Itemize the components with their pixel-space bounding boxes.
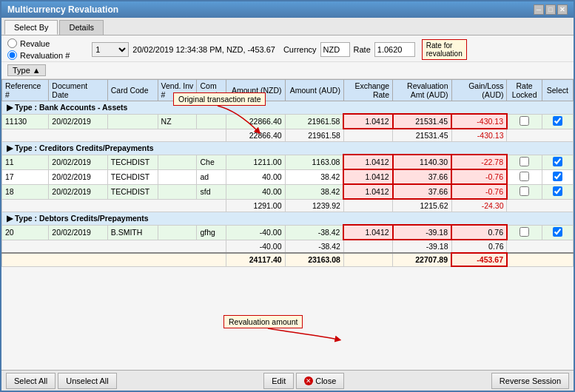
rate-callout: Rate forrevaluation (422, 39, 467, 60)
cell-select (542, 114, 573, 129)
tab-select-by[interactable]: Select By (4, 20, 58, 35)
col-header-revamt: Revaluation Amt (AUD) (393, 80, 451, 101)
cell-amtaud: 21961.58 (285, 114, 343, 129)
rate-locked-checkbox[interactable] (519, 157, 529, 166)
group-subtotal-creditors: 1291.00 1239.92 1215.62 -24.30 (2, 199, 574, 212)
cell-exch: 1.0412 (343, 114, 392, 129)
cell-gain: -0.76 (451, 184, 507, 199)
select-checkbox[interactable] (553, 186, 562, 196)
col-header-vend: Vend. Inv # (158, 80, 197, 101)
col-header-exch: Exchange Rate (343, 80, 392, 101)
tab-details[interactable]: Details (59, 20, 104, 35)
cell-doc: 20/02/2019 (49, 114, 107, 129)
revaluation-num-radio[interactable] (7, 50, 17, 60)
cell-amtaud: 38.42 (285, 184, 343, 199)
minimize-button[interactable]: ─ (534, 4, 544, 15)
subtotal-amtaud: 21961.58 (285, 129, 343, 142)
cell-amtnzd: 40.00 (226, 169, 285, 184)
subtotal-gain: 0.76 (451, 240, 507, 253)
select-checkbox[interactable] (553, 227, 562, 237)
subtotal-revamt: 1215.62 (393, 199, 451, 212)
rate-locked-checkbox[interactable] (519, 116, 529, 126)
cell-locked (507, 114, 542, 129)
revalue-label: Revalue (20, 39, 50, 48)
cell-ref: 18 (2, 184, 49, 199)
title-bar: Multicurrency Revaluation ─ □ ✕ (1, 1, 574, 18)
cell-amtnzd: 1211.00 (226, 155, 285, 169)
edit-button[interactable]: Edit (263, 373, 294, 389)
total-exch (343, 253, 392, 266)
cell-ref: 11130 (2, 114, 49, 129)
group-header-bank: ▶ Type : Bank Accounts - Assets (2, 101, 574, 115)
cell-revamt: 37.66 (393, 184, 451, 199)
select-all-button[interactable]: Select All (6, 373, 56, 389)
col-header-doc: Document Date (49, 80, 107, 101)
cell-com: gfhg (197, 225, 226, 240)
type-sort-button[interactable]: Type ▲ (7, 64, 46, 76)
cell-amtaud: 1163.08 (285, 155, 343, 169)
cell-doc: 20/02/2019 (49, 155, 107, 169)
type-label: Type (13, 66, 30, 75)
subtotal-exch (343, 240, 392, 253)
total-amtaud: 23163.08 (285, 253, 343, 266)
cell-doc: 20/02/2019 (49, 225, 107, 240)
table-row: 17 20/02/2019 TECHDIST ad 40.00 38.42 1.… (2, 169, 574, 184)
group-subtotal-debtors: -40.00 -38.42 -39.18 0.76 (2, 240, 574, 253)
cell-doc: 20/02/2019 (49, 184, 107, 199)
rate-locked-checkbox[interactable] (519, 172, 529, 181)
close-button[interactable]: ✕ (557, 4, 568, 15)
select-checkbox[interactable] (553, 172, 562, 181)
table-row: 11130 20/02/2019 NZ 22866.40 21961.58 1.… (2, 114, 574, 129)
cell-revamt: -39.18 (393, 225, 451, 240)
main-window: Multicurrency Revaluation ─ □ ✕ Select B… (0, 0, 575, 392)
cell-com: sfd (197, 184, 226, 199)
cell-amtaud: 38.42 (285, 169, 343, 184)
cell-gain: -430.13 (451, 114, 507, 129)
revaluation-table: Reference # Document Date Card Code Vend… (1, 79, 574, 267)
cell-vend (158, 155, 197, 169)
select-checkbox[interactable] (553, 157, 562, 166)
cell-amtnzd: 40.00 (226, 184, 285, 199)
maximize-button[interactable]: □ (545, 4, 556, 15)
select-checkbox[interactable] (553, 116, 562, 126)
unselect-all-button[interactable]: Unselect All (58, 373, 116, 389)
reverse-session-button[interactable]: Reverse Session (491, 373, 569, 389)
cell-select (542, 225, 573, 240)
rate-locked-checkbox[interactable] (519, 227, 529, 237)
revaluation-number-select[interactable]: 1 (92, 42, 129, 57)
subtotal-gain: -24.30 (451, 199, 507, 212)
cell-card: TECHDIST (107, 184, 158, 199)
total-amtnzd: 24117.40 (226, 253, 285, 266)
group-subtotal-bank: 22866.40 21961.58 21531.45 -430.13 (2, 129, 574, 142)
subtotal-amtnzd: 22866.40 (226, 129, 285, 142)
rate-locked-checkbox[interactable] (519, 186, 529, 196)
cell-exch: 1.0412 (343, 225, 392, 240)
cell-com (197, 114, 226, 129)
rate-input[interactable] (374, 42, 415, 57)
subtotal-amtnzd: 1291.00 (226, 199, 285, 212)
table-row: 18 20/02/2019 TECHDIST sfd 40.00 38.42 1… (2, 184, 574, 199)
cell-revamt: 37.66 (393, 169, 451, 184)
grand-total-row: 24117.40 23163.08 22707.89 -453.67 (2, 253, 574, 266)
cell-select (542, 155, 573, 169)
cell-amtnzd: -40.00 (226, 225, 285, 240)
cell-vend (158, 169, 197, 184)
col-header-com: Com ment (197, 80, 226, 101)
cell-card: B.SMITH (107, 225, 158, 240)
cell-amtnzd: 22866.40 (226, 114, 285, 129)
currency-input[interactable] (320, 42, 350, 57)
cell-exch: 1.0412 (343, 184, 392, 199)
col-header-card: Card Code (107, 80, 158, 101)
title-bar-buttons: ─ □ ✕ (534, 4, 568, 15)
group-header-debtors: ▶ Type : Debtors Credits/Prepayments (2, 212, 574, 226)
rate-label: Rate (354, 45, 371, 54)
cell-vend: NZ (158, 114, 197, 129)
cell-card: TECHDIST (107, 169, 158, 184)
table-row: 11 20/02/2019 TECHDIST Che 1211.00 1163.… (2, 155, 574, 169)
subtotal-amtaud: 1239.92 (285, 199, 343, 212)
cell-revamt: 21531.45 (393, 114, 451, 129)
revalue-radio[interactable] (7, 38, 17, 48)
subtotal-revamt: 21531.45 (393, 129, 451, 142)
close-button[interactable]: ✕ Close (296, 373, 344, 389)
cell-com: Che (197, 155, 226, 169)
